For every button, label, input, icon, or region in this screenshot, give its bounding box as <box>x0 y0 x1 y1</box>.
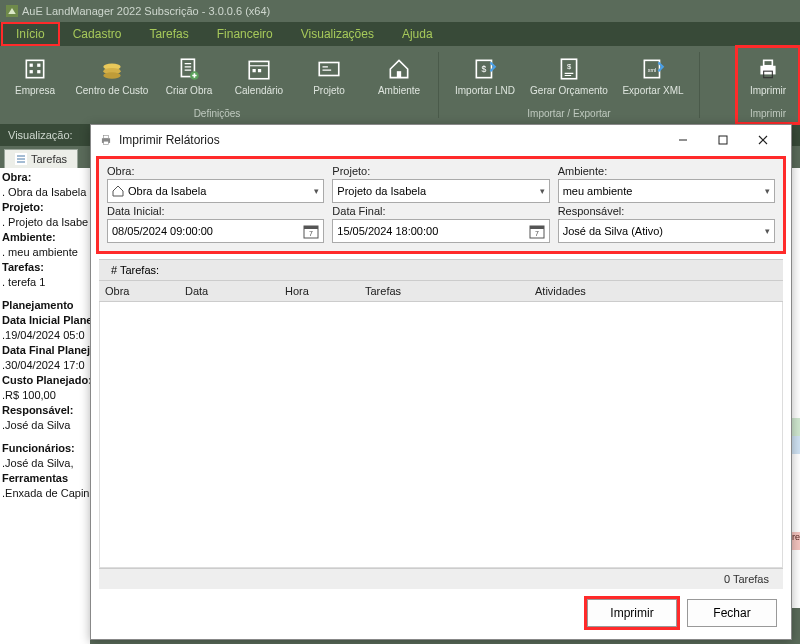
menu-bar: Início Cadastro Tarefas Financeiro Visua… <box>0 22 800 46</box>
svg-text:$: $ <box>482 64 487 74</box>
chevron-down-icon: ▾ <box>765 226 770 236</box>
app-title: AuE LandManager 2022 Subscrição - 3.0.0.… <box>22 5 270 17</box>
ribbon-group-label-imprimir: Imprimir <box>736 106 800 123</box>
col-obra[interactable]: Obra <box>99 281 179 301</box>
coins-icon <box>99 56 125 82</box>
ribbon-group-label-importar: Importar / Exportar <box>443 106 695 123</box>
col-tarefas[interactable]: Tarefas <box>359 281 529 301</box>
side-tarefa: . terefa 1 <box>2 275 90 290</box>
svg-text:$: $ <box>567 62 572 71</box>
ribbon-separator-2 <box>699 52 700 118</box>
svg-point-8 <box>103 72 120 79</box>
svg-rect-3 <box>37 64 40 67</box>
data-final-field[interactable]: 15/05/2024 18:00:00 7 <box>332 219 549 243</box>
col-hora[interactable]: Hora <box>279 281 359 301</box>
ribbon-imprimir[interactable]: Imprimir <box>736 46 800 106</box>
side-planejamento-label: Planejamento <box>2 298 90 313</box>
calendar-icon: 7 <box>303 223 319 239</box>
budget-icon: $ <box>556 56 582 82</box>
right-mark-green <box>792 418 800 436</box>
projeto-combo[interactable]: Projeto da Isabela ▾ <box>332 179 549 203</box>
calendar-icon: 7 <box>529 223 545 239</box>
side-responsavel: .José da Silva <box>2 418 90 433</box>
responsavel-label: Responsável: <box>558 205 775 217</box>
svg-text:7: 7 <box>535 230 539 237</box>
menu-tarefas[interactable]: Tarefas <box>135 23 202 45</box>
tasks-count-row: # Tarefas: <box>99 259 783 281</box>
side-funcionarios: .José da Silva, <box>2 456 90 471</box>
svg-rect-1 <box>26 60 43 77</box>
grid-body <box>99 302 783 568</box>
side-ambiente: . meu ambiente <box>2 245 90 260</box>
svg-rect-15 <box>397 71 401 78</box>
close-dialog-button[interactable]: Fechar <box>687 599 777 627</box>
side-responsavel-label: Responsável: <box>2 403 90 418</box>
obra-label: Obra: <box>107 165 324 177</box>
dialog-title: Imprimir Relátorios <box>119 133 220 147</box>
side-projeto: . Projeto da Isabe <box>2 215 90 230</box>
ribbon-centro-custo[interactable]: Centro de Custo <box>70 46 154 106</box>
svg-rect-23 <box>764 60 773 65</box>
menu-visualizacoes[interactable]: Visualizações <box>287 23 388 45</box>
svg-rect-2 <box>30 64 33 67</box>
side-data-final: .30/04/2024 17:0 <box>2 358 90 373</box>
grid-footer: 0 Tarefas <box>99 568 783 589</box>
svg-rect-29 <box>719 136 727 144</box>
menu-cadastro[interactable]: Cadastro <box>59 23 136 45</box>
projeto-value: Projeto da Isabela <box>337 185 426 197</box>
svg-rect-34 <box>530 226 544 229</box>
print-reports-dialog: Imprimir Relátorios Obra: Obra da Isabel… <box>90 124 792 640</box>
data-inicial-field[interactable]: 08/05/2024 09:00:00 7 <box>107 219 324 243</box>
svg-rect-31 <box>304 226 318 229</box>
svg-rect-13 <box>258 69 261 72</box>
ribbon-group-importar: $Importar LND $Gerar Orçamento xmlExport… <box>443 46 695 124</box>
dialog-titlebar: Imprimir Relátorios <box>91 125 791 155</box>
chevron-down-icon: ▾ <box>540 186 545 196</box>
responsavel-value: José da Silva (Ativo) <box>563 225 663 237</box>
side-custo: .R$ 100,00 <box>2 388 90 403</box>
svg-text:xml: xml <box>648 67 656 73</box>
ribbon-gerar-orcamento[interactable]: $Gerar Orçamento <box>527 46 611 106</box>
ribbon-group-label-definicoes: Definições <box>0 106 434 123</box>
menu-inicio[interactable]: Início <box>2 23 59 45</box>
maximize-button[interactable] <box>703 126 743 154</box>
ribbon-importar-lnd[interactable]: $Importar LND <box>443 46 527 106</box>
right-mark-blue <box>792 436 800 454</box>
data-final-value: 15/05/2024 18:00:00 <box>337 225 438 237</box>
svg-rect-12 <box>253 69 256 72</box>
building-icon <box>22 56 48 82</box>
ambiente-label: Ambiente: <box>558 165 775 177</box>
ribbon-separator <box>438 52 439 118</box>
menu-ajuda[interactable]: Ajuda <box>388 23 447 45</box>
ribbon-group-definicoes: Empresa Centro de Custo Criar Obra Calen… <box>0 46 434 124</box>
col-atividades[interactable]: Atividades <box>529 281 783 301</box>
ribbon-ambiente[interactable]: Ambiente <box>364 46 434 106</box>
ribbon-exportar-xml[interactable]: xmlExportar XML <box>611 46 695 106</box>
side-panel: Obra: . Obra da Isabela Projeto: . Proje… <box>0 168 90 644</box>
ribbon-criar-obra[interactable]: Criar Obra <box>154 46 224 106</box>
ribbon-empresa[interactable]: Empresa <box>0 46 70 106</box>
menu-financeiro[interactable]: Financeiro <box>203 23 287 45</box>
ribbon: Empresa Centro de Custo Criar Obra Calen… <box>0 46 800 124</box>
close-button[interactable] <box>743 126 783 154</box>
printer-icon <box>755 56 781 82</box>
ambiente-value: meu ambiente <box>563 185 633 197</box>
obra-combo[interactable]: Obra da Isabela ▾ <box>107 179 324 203</box>
side-obra: . Obra da Isabela <box>2 185 90 200</box>
side-projeto-label: Projeto: <box>2 200 90 215</box>
ribbon-projeto[interactable]: Projeto <box>294 46 364 106</box>
dialog-buttons: Imprimir Fechar <box>91 589 791 639</box>
import-icon: $ <box>472 56 498 82</box>
projeto-label: Projeto: <box>332 165 549 177</box>
ambiente-combo[interactable]: meu ambiente ▾ <box>558 179 775 203</box>
side-data-inicial: .19/04/2024 05:0 <box>2 328 90 343</box>
tab-tarefas[interactable]: Tarefas <box>4 149 78 168</box>
grid-header: Obra Data Hora Tarefas Atividades <box>99 281 783 302</box>
right-mark-red: refa <box>792 532 800 550</box>
print-button[interactable]: Imprimir <box>587 599 677 627</box>
minimize-button[interactable] <box>663 126 703 154</box>
responsavel-combo[interactable]: José da Silva (Ativo) ▾ <box>558 219 775 243</box>
col-data[interactable]: Data <box>179 281 279 301</box>
ribbon-calendario[interactable]: Calendário <box>224 46 294 106</box>
side-custo-label: Custo Planejado: <box>2 373 90 388</box>
